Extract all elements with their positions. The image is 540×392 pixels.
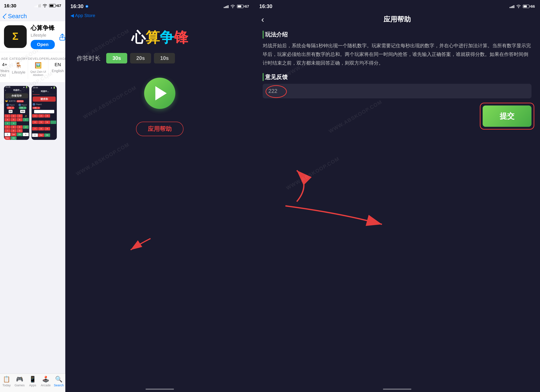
tab-bar: 📋 Today 🎮 Games 📱 Apps 🕹️ Arcade 🔍 Searc… [0,373,65,392]
app-info: 心算争锋 Lifestyle Open [31,24,55,49]
logo-char-1: 心 [131,28,145,47]
help-battery-icon: 66 [523,4,535,9]
mini-keypad-1: 123✨ 4561 23 789✨ 789 0DelOK0 DelOK [4,114,29,140]
appstore-back-link[interactable]: ◀ App Store [70,13,95,18]
logo-char-3: 争 [160,28,174,47]
demo-wifi-icon [230,5,235,8]
svg-point-0 [45,6,45,7]
battery-icon: 67 [49,4,61,8]
today-label: Today [2,383,11,387]
svg-point-6 [518,7,519,8]
help-status-bar: 16:30 66 [254,0,540,11]
back-label[interactable]: Search [8,13,27,20]
games-label: Games [15,383,25,387]
demo-status-bar: 16:30 67 [65,0,254,11]
mini-result-2: 请求和 [33,97,56,102]
games-icon: 🎮 [16,376,23,383]
mini-status-1: 20:35 ▲ 🔋 [4,86,29,88]
appstore-panel: 16:30 67 [0,0,65,392]
help-content: 玩法介绍 对战开始后，系统会每隔1秒钟出现一个随机数字。玩家需要记住每秒出现的数… [254,25,540,392]
demo-panel: 16:30 67 [65,0,254,392]
help-status-time: 16:30 [259,3,272,9]
age-label: AGE [1,57,8,61]
demo-status-time: 16:30 [70,3,84,9]
play-button[interactable] [144,78,175,109]
language-sub: English [52,69,64,73]
category-label: CATEGORY [10,57,28,61]
home-indicator [145,389,174,390]
tab-games[interactable]: 🎮 Games [13,376,26,387]
app-meta: AGE 4+ Years Old CATEGORY 🪑 Lifestyle DE… [0,52,65,83]
language-value: EN [55,62,61,67]
apps-icon: 📱 [29,376,36,383]
age-value: 4+ [2,62,7,67]
time-20s-button[interactable]: 20s [130,53,151,64]
arcade-icon: 🕹️ [42,376,50,383]
demo-signal-icon [224,5,229,8]
age-sub: Years Old [0,69,9,78]
feedback-section: 意见反馈 222 提交 [263,73,531,130]
tab-apps[interactable]: 📱 Apps [26,376,39,387]
app-icon: Σ [4,25,27,48]
meta-age: AGE 4+ Years Old [0,55,10,79]
signal-icon [35,4,41,7]
help-button[interactable]: 应用帮助 [136,122,184,136]
feedback-input-text: 222 [268,88,277,94]
help-panel: 16:30 66 ‹ 应 [254,0,540,392]
share-icon[interactable] [59,34,66,41]
section2-title: 意见反馈 [263,73,531,81]
play-triangle-icon [155,86,167,100]
developer-label: DEVELOPER [28,57,48,61]
demo-status-icons: 67 [224,4,249,9]
wifi-icon [42,4,47,8]
search-label: Search [54,383,64,387]
screenshots-section: 20:35 ▲ 🔋 ‹ 对战中... 作答完毕 🤝 该局平局 模拟对战 [0,83,65,143]
open-button[interactable]: Open [31,40,55,49]
tab-arcade[interactable]: 🕹️ Arcade [39,376,52,387]
meta-developer: DEVELOPER 🖼️ Qazi Zain Ul Abideen [28,55,49,79]
feedback-input-container[interactable]: 222 [263,84,531,98]
time-30s-button[interactable]: 30s [106,53,127,64]
help-back-button[interactable]: ‹ [261,15,264,24]
logo-char-2: 算 [145,28,160,47]
screenshot-2: 20:44 ▲ 🔋 ‹ 对战中... 请求和 Player1 [31,86,57,140]
status-bar: 16:30 67 [0,0,65,11]
help-nav: ‹ 应用帮助 [254,14,540,25]
demo-battery-icon: 67 [237,4,249,9]
app-name: 心算争锋 [31,24,55,32]
meta-language: LANGUAGE EN English [48,55,67,79]
arcade-label: Arcade [41,383,51,387]
location-icon [85,5,88,8]
mini-result-1: 作答完毕 [5,93,28,98]
app-header: Σ 心算争锋 Lifestyle Open [0,21,65,52]
screenshot-1: 20:35 ▲ 🔋 ‹ 对战中... 作答完毕 🤝 该局平局 模拟对战 [4,86,29,140]
category-value: Lifestyle [12,70,25,74]
status-time: 16:30 [4,3,16,9]
meta-category: CATEGORY 🪑 Lifestyle [10,55,28,79]
svg-text:Σ: Σ [12,30,18,42]
play-area [65,69,254,117]
help-signal-icon [510,5,514,8]
tab-today[interactable]: 📋 Today [0,376,13,387]
help-wifi-icon [516,5,521,8]
mini-status-2: 20:44 ▲ 🔋 [31,86,57,89]
demo-watermark-3: WWW.ABSKOOP.COM [75,141,130,177]
back-nav[interactable]: Search [0,11,65,21]
help-home-indicator [383,389,411,390]
help-status-icons: 66 [510,4,535,9]
time-10s-button[interactable]: 10s [154,53,175,64]
tab-search[interactable]: 🔍 Search [52,376,65,387]
developer-icon: 🖼️ [35,62,42,69]
share-area[interactable] [59,33,66,41]
language-label: LANGUAGE [48,57,67,61]
app-category: Lifestyle [31,33,55,38]
section1-text: 对战开始后，系统会每隔1秒钟出现一个随机数字。玩家需要记住每秒出现的数字，并在心… [263,41,531,67]
submit-btn-area: 提交 [263,103,531,130]
section1-title: 玩法介绍 [263,31,531,39]
submit-button[interactable]: 提交 [483,105,531,127]
category-icon: 🪑 [15,62,22,69]
developer-value: Qazi Zain Ul Abideen [28,70,48,77]
svg-point-4 [232,7,233,8]
apps-label: Apps [29,383,36,387]
time-label: 作答时长 [77,54,100,62]
